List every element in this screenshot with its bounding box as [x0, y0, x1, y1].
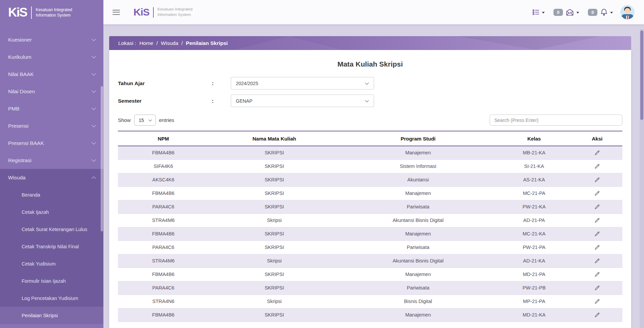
search-input[interactable] — [490, 115, 622, 126]
tahun-ajar-row: Tahun Ajar : 2024/2025 — [118, 77, 622, 90]
breadcrumb: Lokasi : Home / Wisuda / Penilaian Skrip… — [109, 36, 631, 50]
tahun-ajar-select[interactable]: 2024/2025 — [231, 77, 374, 90]
sidebar-item-registrasi[interactable]: Registrasi — [0, 152, 103, 169]
page-scrollbar-thumb[interactable] — [640, 30, 643, 120]
cell-kelas: PW-21-PA — [496, 241, 572, 254]
column-header-nama-mata-kuliah[interactable]: Nama Mata Kuliah — [209, 131, 340, 146]
table-controls: Show 15 entries — [118, 115, 622, 126]
messages-count-badge: 0 — [553, 9, 563, 16]
page-size-select[interactable]: 15 — [134, 115, 156, 126]
content-card: Mata Kuliah Skripsi Tahun Ajar : 2024/20… — [109, 50, 631, 328]
breadcrumb-link-wisuda[interactable]: Wisuda — [161, 40, 178, 46]
sidebar-scrollbar-thumb[interactable] — [101, 86, 103, 231]
sidebar-item-nilai-baak[interactable]: Nilai BAAK — [0, 66, 103, 83]
column-header-npm[interactable]: NPM — [118, 131, 209, 146]
column-header-aksi[interactable]: Aksi — [572, 131, 622, 146]
sidebar-item-nilai-dosen[interactable]: Nilai Dosen — [0, 83, 103, 100]
sidebar-item-kuesioner[interactable]: Kuesioner — [0, 31, 103, 48]
cell-program-studi: Akuntansi Bisnis Digital — [340, 254, 496, 268]
cell-nama-mata-kuliah: SKRIPSI — [209, 173, 340, 186]
cell-npm: PARA4C6 — [118, 200, 209, 213]
edit-button[interactable] — [594, 285, 600, 291]
entries-label: entries — [159, 117, 174, 123]
table-row: FBMA4B6SKRIPSIManajemenMC-21-PA — [118, 186, 622, 200]
breadcrumb-current: Penilaian Skripsi — [186, 40, 228, 46]
table-row: FBMA4B6SKRIPSIManajemenMD-21-PA — [118, 268, 622, 281]
messages-menu-button[interactable]: 0 — [553, 8, 579, 16]
notifications-menu-button[interactable]: 0 — [588, 8, 613, 16]
table-header-row: NPMNama Mata KuliahProgram StudiKelasAks… — [118, 131, 622, 146]
user-avatar[interactable] — [620, 5, 635, 19]
edit-button[interactable] — [594, 258, 600, 264]
edit-button[interactable] — [594, 312, 600, 318]
sidebar-item-kurikulum[interactable]: Kurikulum — [0, 48, 103, 66]
edit-button[interactable] — [594, 272, 600, 277]
edit-button[interactable] — [594, 163, 600, 169]
semester-row: Semester : GENAP — [118, 95, 622, 107]
tasks-menu-button[interactable] — [532, 9, 545, 16]
sidebar-subitem-log-pencetakan-yudisium[interactable]: Log Pencetakan Yudisium — [0, 289, 103, 307]
chevron-down-icon — [92, 106, 96, 110]
sidebar-subitem-cetak-yudisium[interactable]: Cetak Yudisium — [0, 255, 103, 272]
cell-aksi — [572, 146, 622, 159]
sidebar-brand-logo[interactable]: KiS Kesatuan Integrated Information Syst… — [0, 0, 103, 25]
sidebar-subitem-cetak-ijazah[interactable]: Cetak Ijazah — [0, 203, 103, 221]
cell-nama-mata-kuliah: SKRIPSI — [209, 281, 340, 295]
cell-nama-mata-kuliah: SKRIPSI — [209, 308, 340, 322]
edit-button[interactable] — [594, 150, 600, 156]
sidebar-subitem-cetak-surat-keterangan-lulus[interactable]: Cetak Surat Keterangan Lulus — [0, 221, 103, 238]
pencil-icon — [594, 150, 600, 156]
cell-program-studi: Manajemen — [340, 227, 496, 241]
edit-button[interactable] — [594, 245, 600, 250]
cell-program-studi: Akuntansi — [340, 173, 496, 186]
chevron-down-icon — [92, 54, 96, 58]
sidebar-subitem-formulir-isian-ijazah[interactable]: Formulir Isian Ijazah — [0, 272, 103, 289]
edit-button[interactable] — [594, 231, 600, 237]
topbar-brand-logo[interactable]: KiS Kesatuan Integrated Information Syst… — [133, 6, 193, 18]
edit-button[interactable] — [594, 218, 600, 223]
hamburger-menu-button[interactable] — [113, 8, 120, 16]
sidebar-subitem-penilaian-skripsi[interactable]: Penilaian Skripsi — [0, 307, 103, 324]
cell-program-studi: Manajemen — [340, 268, 496, 281]
tahun-ajar-label: Tahun Ajar — [118, 80, 212, 86]
sidebar-item-pmb[interactable]: PMB — [0, 100, 103, 117]
cell-npm: PARA4C6 — [118, 281, 209, 295]
breadcrumb-link-home[interactable]: Home — [139, 40, 153, 46]
sidebar-item-presensi-baak[interactable]: Presensi BAAK — [0, 134, 103, 152]
cell-npm: STRA4N6 — [118, 295, 209, 308]
cell-kelas: MD-21-KA — [496, 308, 572, 322]
edit-button[interactable] — [594, 204, 600, 210]
pencil-icon — [594, 258, 600, 264]
column-header-program-studi[interactable]: Program Studi — [340, 131, 496, 146]
cell-kelas: MP-21-PA — [496, 295, 572, 308]
cell-npm: FBMA4B6 — [118, 227, 209, 241]
table-body: FBMA4B6SKRIPSIManajemenMB-21-KA SIFA4K6S… — [118, 146, 622, 322]
column-header-kelas[interactable]: Kelas — [496, 131, 572, 146]
semester-select[interactable]: GENAP — [231, 95, 374, 107]
cell-program-studi: Manajemen — [340, 186, 496, 200]
edit-button[interactable] — [594, 177, 600, 183]
page-scrollbar[interactable] — [640, 29, 644, 328]
cell-aksi — [572, 281, 622, 295]
sidebar-item-presensi[interactable]: Presensi — [0, 117, 103, 134]
cell-program-studi: Bisnis Digital — [340, 295, 496, 308]
cell-nama-mata-kuliah: Skripsi — [209, 254, 340, 268]
edit-button[interactable] — [594, 299, 600, 304]
cell-kelas: AD-21-PA — [496, 213, 572, 227]
table-row: STRA4M6SkripsiAkuntansi Bisnis DigitalAD… — [118, 254, 622, 268]
brand-abbr: KiS — [133, 6, 149, 18]
cell-nama-mata-kuliah: Skripsi — [209, 213, 340, 227]
cell-aksi — [572, 268, 622, 281]
sidebar-submenu-wisuda: BerandaCetak IjazahCetak Surat Keteranga… — [0, 186, 103, 324]
cell-kelas: AS-21-KA — [496, 173, 572, 186]
table-row: STRA4N6SkripsiBisnis DigitalMP-21-PA — [118, 295, 622, 308]
sidebar-subitem-cetak-transkrip-nilai-final[interactable]: Cetak Transkrip Nilai Final — [0, 238, 103, 255]
table-row: STRA4M6SkripsiAkuntansi Bisnis DigitalAD… — [118, 213, 622, 227]
sidebar-subitem-beranda[interactable]: Beranda — [0, 186, 103, 203]
topbar-icons: 0 0 — [524, 5, 635, 19]
pencil-icon — [594, 218, 600, 223]
edit-button[interactable] — [594, 191, 600, 196]
sidebar-item-wisuda[interactable]: Wisuda — [0, 169, 103, 186]
table-row: SIFA4K6SKRIPSISistem InformasiSI-21-KA — [118, 159, 622, 173]
cell-kelas: PW-21-KA — [496, 200, 572, 213]
